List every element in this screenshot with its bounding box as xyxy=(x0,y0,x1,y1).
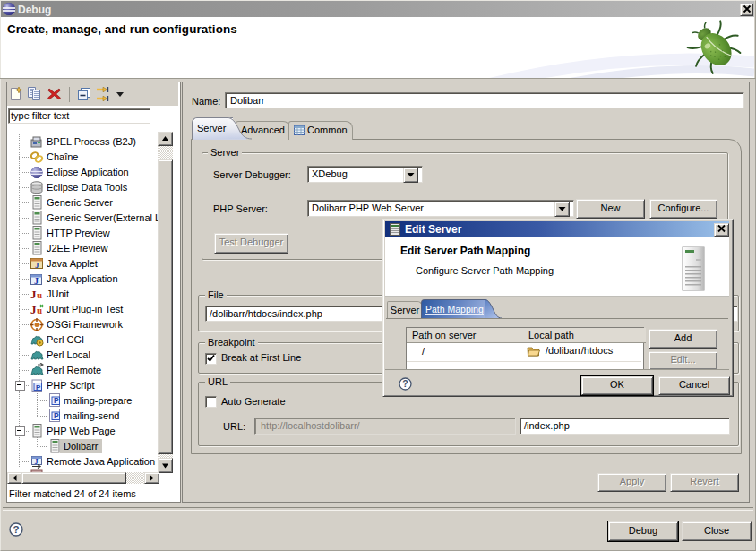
svg-text:J: J xyxy=(35,458,39,466)
svg-text:J: J xyxy=(35,261,39,270)
svg-text:P: P xyxy=(36,383,41,392)
svg-text:?: ? xyxy=(402,378,408,389)
svg-text:?: ? xyxy=(13,524,19,535)
